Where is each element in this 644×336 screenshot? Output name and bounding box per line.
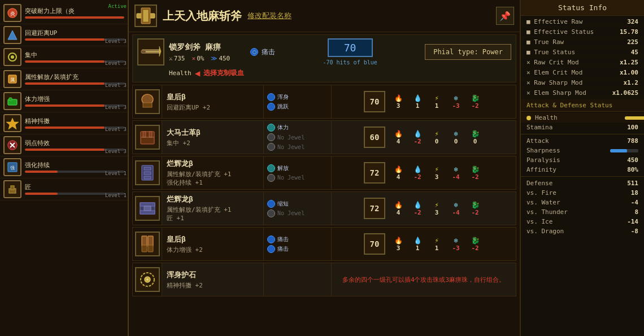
svg-rect-22 xyxy=(141,50,146,53)
select-annotation: 选择克制吸血 xyxy=(203,68,244,78)
armor-row-arms[interactable]: 烂辉龙β 属性解放/装填扩充 +1 强化持续 +1 解放 No Jewel 72 xyxy=(132,156,516,190)
sidebar-item-weak-exploit[interactable]: 弱点特效 Level 3 xyxy=(0,134,128,156)
svg-rect-37 xyxy=(144,206,151,211)
arms-jewel2: No Jewel xyxy=(267,174,328,182)
sidebar-item-focus[interactable]: 集中 Level 3 xyxy=(0,46,128,68)
atk-row-affinity: Affinity 80% xyxy=(521,165,644,174)
jewel-gem-icon xyxy=(267,174,275,182)
chest-jewel1: 体力 xyxy=(267,124,328,132)
svg-rect-27 xyxy=(143,132,146,137)
svg-rect-8 xyxy=(9,98,12,101)
attack-icon: ⚔ xyxy=(169,55,173,62)
svg-rect-19 xyxy=(143,10,148,21)
svg-text:炎: 炎 xyxy=(10,11,15,16)
status-title: Status Info xyxy=(521,0,644,16)
health-bar xyxy=(625,116,644,120)
head-jewel2: 跳跃 xyxy=(267,103,328,111)
atk-row-health: Health 190 xyxy=(521,113,644,123)
jewel-gem-icon xyxy=(267,164,275,172)
waist-skill1: 属性解放/装填扩充 +1 xyxy=(167,206,259,214)
status-rows: ■ Effective Raw 324 ■ Effective Status 1… xyxy=(521,16,644,99)
bottom-note: 多余的四个一级孔可以插4个攻击珠或3麻痹珠，自行组合。 xyxy=(338,273,510,286)
health-dot xyxy=(526,116,531,120)
health-annotation-label: Health xyxy=(169,69,192,77)
atk-row-dragon: vs. Dragon -8 xyxy=(521,226,644,236)
sidebar-item-spirit[interactable]: 精神抖擞 Level 3 xyxy=(0,112,128,134)
svg-text:强: 强 xyxy=(10,165,15,171)
waist-armor-icon xyxy=(135,196,160,221)
atk-row-thunder: vs. Thunder 8 xyxy=(521,207,644,217)
sidebar-item-breakthrough[interactable]: 炎 突破耐力上限（炎 Active xyxy=(0,2,128,24)
armor-row-waist[interactable]: 烂辉龙β 属性解放/装填扩充 +1 匠 +1 缩短 No Jewel 72 xyxy=(132,191,516,225)
weapon-name: 锁罗剑斧 麻痹 xyxy=(169,42,237,53)
armor-row-legs[interactable]: 皇后β 体力增强 +2 痛击 痛击 70 xyxy=(132,227,516,261)
svg-rect-33 xyxy=(144,176,151,179)
sidebar: 炎 突破耐力上限（炎 Active 回避距离UP Level 3 集中 xyxy=(0,0,129,336)
waist-jewel1: 缩短 xyxy=(267,200,328,208)
focus-icon xyxy=(3,48,21,66)
sidebar-item-evasion[interactable]: 回避距离UP Level 3 xyxy=(0,24,128,46)
jewel-gem-icon xyxy=(267,245,275,253)
sidebar-item-fortify[interactable]: 强 强化持续 Level 1 xyxy=(0,156,128,178)
charm-icon xyxy=(135,267,160,292)
elem-unlock-icon: 属 xyxy=(3,70,21,88)
edit-link[interactable]: 修改配装名称 xyxy=(247,11,291,21)
build-title: 上天入地麻斩斧 xyxy=(163,8,242,24)
build-header: 上天入地麻斩斧 修改配装名称 📌 xyxy=(129,0,520,32)
chest-armor-icon xyxy=(135,125,160,150)
fortify-icon: 强 xyxy=(3,158,21,176)
armor-row-head[interactable]: 皇后β 回避距离UP +2 浑身 跳跃 70 xyxy=(132,85,516,119)
jewel-gem-icon xyxy=(267,103,275,111)
sidebar-active-badge: Active xyxy=(108,3,127,9)
attack-val: 735 xyxy=(174,55,185,62)
right-panel: Status Info ■ Effective Raw 324 ■ Effect… xyxy=(520,0,644,336)
pin-button[interactable]: 📌 xyxy=(496,7,514,25)
atk-row-ice: vs. Ice -14 xyxy=(521,217,644,226)
arms-defense: 72 xyxy=(364,162,385,184)
svg-rect-39 xyxy=(148,236,153,246)
charge-bar: 70 -70 hits of blue xyxy=(280,38,420,66)
stamina-icon xyxy=(3,92,21,110)
separator1 xyxy=(521,134,644,134)
svg-point-4 xyxy=(11,55,14,59)
atk-row-sharpness: Sharpness xyxy=(521,146,644,155)
build-icon xyxy=(134,5,157,27)
head-jewel1: 浑身 xyxy=(267,93,328,101)
chest-skill1: 集中 +2 xyxy=(167,139,259,147)
svg-rect-16 xyxy=(11,186,14,190)
legs-jewel1: 痛击 xyxy=(267,235,328,243)
arrow-icon: ◀ xyxy=(195,68,201,78)
svg-marker-9 xyxy=(6,118,19,129)
weak-exploit-icon xyxy=(3,136,21,154)
legs-defense: 70 xyxy=(364,233,385,255)
status-row-raw-sharp: ✕ Raw Sharp Mod x1.2 xyxy=(521,78,644,88)
sharpness-icon: ≫ xyxy=(211,55,217,62)
atk-row-attack: Attack 788 xyxy=(521,136,644,146)
sidebar-item-craftsman[interactable]: 匠 Level 1 xyxy=(0,178,128,200)
svg-rect-31 xyxy=(144,167,151,170)
arms-skill1: 属性解放/装填扩充 +1 xyxy=(167,170,259,178)
chest-armor-name: 大马士革β xyxy=(167,128,259,138)
chest-jewel2: No Jewel xyxy=(267,133,328,141)
armor-section: 皇后β 回避距离UP +2 浑身 跳跃 70 xyxy=(129,85,520,336)
weapon-section: 锁罗剑斧 麻痹 ⚔ 735 ✕ 0% ≫ 450 xyxy=(132,34,516,82)
sidebar-item-elem-unlock[interactable]: 属 属性解放/装填扩充 Level 3 xyxy=(0,68,128,90)
separator2 xyxy=(521,176,644,177)
charge-label: -70 hits of blue xyxy=(323,59,377,66)
attack-defense-rows: Health 190 Stamina 100 Attack 788 Sharpn… xyxy=(521,112,644,237)
jewel-gem-icon xyxy=(267,143,275,151)
phial-badge: Phial type: Power xyxy=(425,44,511,60)
armor-row-charm[interactable]: 浑身护石 精神抖擞 +2 多余的四个一级孔可以插4个攻击珠或3麻痹珠，自行组合。 xyxy=(132,263,516,296)
status-row-eff-status: ■ Effective Status 15.78 xyxy=(521,27,644,37)
armor-row-chest[interactable]: 大马士革β 集中 +2 体力 No Jewel No Jewel xyxy=(132,120,516,154)
sidebar-item-stamina[interactable]: 体力增强 Level 3 xyxy=(0,90,128,112)
charm-skill1: 精神抖擞 +2 xyxy=(167,281,259,290)
main-content: 上天入地麻斩斧 修改配装名称 📌 锁罗剑斧 麻痹 xyxy=(129,0,520,336)
legs-skill1: 体力增强 +2 xyxy=(167,246,259,254)
weapon-element: ⬡ 痛击 xyxy=(250,47,275,57)
arms-skill2: 强化持续 +1 xyxy=(167,178,259,187)
head-armor-name: 皇后β xyxy=(167,92,259,102)
weapon-stats: ⚔ 735 ✕ 0% ≫ 450 xyxy=(169,55,237,62)
status-row-true-raw: ■ True Raw 225 xyxy=(521,37,644,47)
head-armor-icon xyxy=(135,89,160,114)
